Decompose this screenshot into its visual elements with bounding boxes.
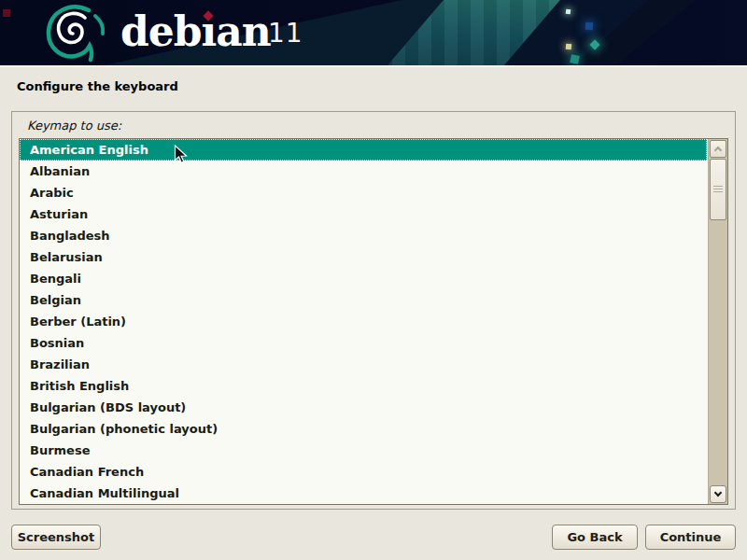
red-diamond-icon [204, 10, 214, 21]
decor-blue-dot [585, 22, 594, 31]
continue-button[interactable]: Continue [645, 525, 736, 550]
list-item[interactable]: Arabic [20, 182, 707, 203]
page-title: Configure the keyboard [17, 79, 178, 93]
list-item[interactable]: British English [20, 375, 707, 397]
scroll-up-button[interactable] [710, 140, 726, 158]
scrollbar-thumb[interactable] [710, 159, 726, 220]
list-item[interactable]: Asturian [20, 203, 707, 225]
chevron-up-icon [714, 147, 722, 154]
list-item[interactable]: Bangladesh [20, 225, 707, 246]
go-back-button[interactable]: Go Back [552, 525, 638, 550]
keymap-frame: Keymap to use: American EnglishAlbanianA… [11, 111, 736, 510]
header-banner: debıan 11 [0, 0, 747, 67]
list-item[interactable]: Canadian Multilingual [20, 483, 707, 504]
debian-swirl-icon [41, 4, 112, 63]
debian-version: 11 [268, 20, 303, 48]
keymap-list-rows: American EnglishAlbanianArabicAsturianBa… [20, 139, 707, 504]
keymap-frame-label: Keymap to use: [27, 119, 121, 133]
list-item[interactable]: Bulgarian (BDS layout) [20, 397, 707, 418]
list-item[interactable]: Canadian French [20, 461, 707, 483]
scrollbar[interactable] [708, 139, 727, 504]
list-item[interactable]: Bulgarian (phonetic layout) [20, 418, 707, 440]
list-item[interactable]: American English [20, 139, 707, 161]
list-item[interactable]: Burmese [20, 440, 707, 461]
list-item[interactable]: Brazilian [20, 354, 707, 375]
keymap-list[interactable]: American EnglishAlbanianArabicAsturianBa… [19, 138, 728, 505]
chevron-down-icon [714, 489, 722, 497]
decor-yellow-dot [566, 44, 572, 50]
screenshot-button[interactable]: Screenshot [11, 525, 101, 550]
decor-white-dot [566, 9, 571, 15]
list-item[interactable]: Bengali [20, 268, 707, 289]
decor-red-square [3, 9, 10, 17]
list-item[interactable]: Belarusian [20, 246, 707, 268]
list-item[interactable]: Bosnian [20, 332, 707, 354]
list-item[interactable]: Berber (Latin) [20, 311, 707, 332]
scrollbar-grip-icon [713, 186, 723, 193]
debian-wordmark: debıan [120, 0, 271, 63]
list-item[interactable]: Albanian [20, 161, 707, 182]
decor-teal-square [570, 54, 580, 64]
scroll-down-button[interactable] [710, 485, 726, 503]
list-item[interactable]: Belgian [20, 289, 707, 311]
